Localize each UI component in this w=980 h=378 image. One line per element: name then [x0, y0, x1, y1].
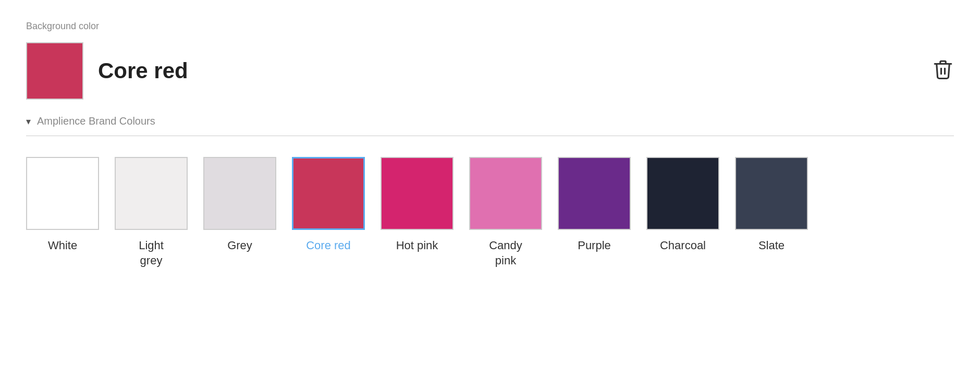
color-item-hot-pink[interactable]: Hot pink	[381, 157, 454, 253]
color-swatch-grey[interactable]	[203, 157, 276, 230]
color-swatch-hot-pink[interactable]	[381, 157, 454, 230]
color-label-slate: Slate	[758, 238, 785, 253]
color-swatch-core-red[interactable]	[292, 157, 365, 230]
color-item-charcoal[interactable]: Charcoal	[646, 157, 719, 253]
color-label-light-grey: Lightgrey	[139, 238, 164, 268]
color-item-slate[interactable]: Slate	[735, 157, 808, 253]
selected-color-swatch[interactable]	[26, 42, 83, 100]
color-label-core-red: Core red	[306, 238, 351, 253]
color-grid: WhiteLightgreyGreyCore redHot pinkCandyp…	[26, 157, 954, 268]
divider	[26, 136, 954, 136]
brand-colours-label: Amplience Brand Colours	[37, 115, 155, 127]
brand-colours-header[interactable]: ▾ Amplience Brand Colours	[26, 115, 954, 127]
color-label-candy-pink: Candypink	[489, 238, 522, 268]
background-color-panel: Background color Core red ▾ Amplience Br…	[0, 0, 980, 378]
color-item-grey[interactable]: Grey	[203, 157, 276, 253]
color-swatch-light-grey[interactable]	[115, 157, 188, 230]
delete-icon[interactable]	[932, 58, 954, 83]
color-swatch-candy-pink[interactable]	[469, 157, 542, 230]
color-label-hot-pink: Hot pink	[396, 238, 438, 253]
section-label: Background color	[26, 21, 954, 32]
selected-color-row: Core red	[26, 42, 954, 100]
selected-color-name: Core red	[98, 58, 188, 83]
color-item-purple[interactable]: Purple	[558, 157, 631, 253]
color-swatch-white[interactable]	[26, 157, 99, 230]
selected-color-left: Core red	[26, 42, 188, 100]
color-swatch-slate[interactable]	[735, 157, 808, 230]
color-label-white: White	[48, 238, 77, 253]
color-item-white[interactable]: White	[26, 157, 99, 253]
color-swatch-purple[interactable]	[558, 157, 631, 230]
color-swatch-charcoal[interactable]	[646, 157, 719, 230]
chevron-down-icon: ▾	[26, 116, 31, 127]
color-item-candy-pink[interactable]: Candypink	[469, 157, 542, 268]
color-item-light-grey[interactable]: Lightgrey	[115, 157, 188, 268]
color-label-purple: Purple	[578, 238, 611, 253]
color-label-grey: Grey	[227, 238, 252, 253]
color-label-charcoal: Charcoal	[660, 238, 706, 253]
color-item-core-red[interactable]: Core red	[292, 157, 365, 253]
